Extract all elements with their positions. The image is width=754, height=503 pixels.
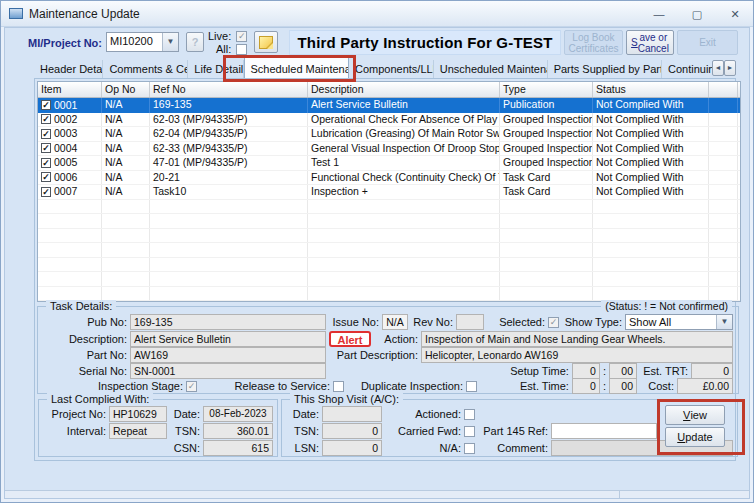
interval-field[interactable]: Repeat <box>109 423 167 439</box>
col-ref-no[interactable]: Ref No <box>150 82 308 97</box>
release-to-service-checkbox[interactable] <box>333 381 344 392</box>
tab-components-llps[interactable]: Components/LLP's <box>349 60 434 78</box>
tab-scroll-right-icon[interactable]: ► <box>724 60 736 76</box>
cell-item: 0006 <box>54 171 77 185</box>
row-checkbox[interactable]: ✓ <box>41 100 51 110</box>
na-checkbox[interactable] <box>464 443 475 454</box>
row-checkbox[interactable]: ✓ <box>41 172 51 182</box>
lcw-csn-field[interactable]: 615 <box>203 440 273 456</box>
mi-project-no-combo[interactable]: MI10200 ▼ <box>106 32 179 52</box>
row-checkbox[interactable]: ✓ <box>41 114 51 124</box>
chevron-down-icon[interactable]: ▼ <box>162 33 178 51</box>
save-or-cancel-button[interactable]: Save orCancel <box>626 30 674 55</box>
minimize-icon[interactable]: — <box>649 6 669 22</box>
selected-checkbox[interactable]: ✓ <box>548 317 559 328</box>
table-row[interactable]: ✓0005 N/A 47-01 (MP/94335/P) Test 1 Grou… <box>38 156 740 171</box>
cell-extra <box>709 171 738 185</box>
col-status[interactable]: Status <box>593 82 709 97</box>
view-button[interactable]: View <box>665 405 725 425</box>
serial-no-label: Serial No: <box>43 365 127 377</box>
live-checkbox[interactable]: ✓ <box>236 31 247 42</box>
last-complied-group: Last Complied With: Project No: HP10629 … <box>38 399 278 457</box>
cell-extra <box>709 156 738 170</box>
selected-label: Selected: <box>487 316 545 328</box>
inspection-stage-checkbox[interactable]: ✓ <box>186 381 197 392</box>
update-button[interactable]: Update <box>665 427 725 447</box>
tab-scroll-left-icon[interactable]: ◄ <box>712 60 724 76</box>
issue-no-field[interactable]: N/A <box>382 314 408 330</box>
cell-ref: 169-135 <box>150 98 308 113</box>
pub-no-label: Pub No: <box>43 316 127 328</box>
description-field[interactable]: Alert Service Bulletin <box>130 331 326 347</box>
tab-comments-certs[interactable]: Comments & Certs <box>103 60 188 78</box>
cell-extra <box>709 185 738 199</box>
tsv-date-label: Date: <box>287 408 319 420</box>
window-icon <box>9 8 23 19</box>
empty-row <box>38 258 740 273</box>
tab-scheduled-maintenance[interactable]: Scheduled Maintenance <box>244 57 349 78</box>
tab-header-details[interactable]: Header Details <box>34 60 103 78</box>
table-row[interactable]: ✓0001 N/A 169-135 Alert Service Bulletin… <box>38 98 740 113</box>
show-type-combo[interactable]: Show All ▼ <box>625 314 733 330</box>
cell-op: N/A <box>102 142 150 156</box>
chevron-down-icon[interactable]: ▼ <box>716 315 732 329</box>
pub-no-field[interactable]: 169-135 <box>130 314 326 330</box>
row-checkbox[interactable]: ✓ <box>41 129 51 139</box>
cell-ref: 62-03 (MP/94335/P) <box>150 113 308 127</box>
lcw-date-field[interactable]: 08-Feb-2023 <box>203 406 273 422</box>
cell-desc: Functional Check (Continuity Check) Of T… <box>308 171 500 185</box>
col-description[interactable]: Description <box>308 82 500 97</box>
tsv-date-field[interactable] <box>322 406 382 422</box>
cell-desc: Operational Check For Absence Of Play Of… <box>308 113 500 127</box>
cell-ref: Task10 <box>150 185 308 199</box>
table-row[interactable]: ✓0007 N/A Task10 Inspection + Task Card … <box>38 185 740 200</box>
setup-time-mins-field[interactable]: 00 <box>609 363 637 379</box>
cell-op: N/A <box>102 156 150 170</box>
table-row[interactable]: ✓0006 N/A 20-21 Functional Check (Contin… <box>38 171 740 186</box>
tab-unscheduled-maintenance[interactable]: Unscheduled Maintenance <box>434 60 548 78</box>
project-no-label: Project No: <box>44 408 106 420</box>
cost-field[interactable]: £0.00 <box>677 378 733 394</box>
table-row[interactable]: ✓0002 N/A 62-03 (MP/94335/P) Operational… <box>38 113 740 128</box>
note-button[interactable] <box>254 31 278 53</box>
all-checkbox[interactable] <box>236 44 247 55</box>
cell-op: N/A <box>102 171 150 185</box>
actioned-checkbox[interactable] <box>464 409 475 420</box>
part-no-label: Part No: <box>43 349 127 361</box>
col-item[interactable]: Item <box>38 82 102 97</box>
table-row[interactable]: ✓0004 N/A 62-33 (MP/94335/P) General Vis… <box>38 142 740 157</box>
col-op-no[interactable]: Op No <box>102 82 150 97</box>
cell-desc: Lubrication (Greasing) Of Main Rotor Swa… <box>308 127 500 141</box>
close-icon[interactable]: ✕ <box>725 6 745 22</box>
window-title: Maintenance Update <box>29 7 140 21</box>
part-no-field[interactable]: AW169 <box>130 347 326 363</box>
table-row[interactable]: ✓0003 N/A 62-04 (MP/94335/P) Lubrication… <box>38 127 740 142</box>
row-checkbox[interactable]: ✓ <box>41 187 51 197</box>
action-field[interactable]: Inspection of Main and Nose Landing Gear… <box>421 331 733 347</box>
lcw-tsn-field[interactable]: 360.01 <box>203 423 273 439</box>
est-time-hours-field[interactable]: 0 <box>572 378 600 394</box>
tsv-tsn-field[interactable]: 0 <box>322 423 382 439</box>
est-trt-field[interactable]: 0 <box>691 363 733 379</box>
tab-parts-supplied-by-part-145[interactable]: Parts Supplied by Part 145 <box>548 60 662 78</box>
tsv-lsn-field[interactable]: 0 <box>322 440 382 456</box>
project-no-field[interactable]: HP10629 <box>109 406 167 422</box>
est-time-mins-field[interactable]: 00 <box>609 378 637 394</box>
tab-life-details[interactable]: Life Details <box>188 60 243 78</box>
serial-no-field[interactable]: SN-0001 <box>130 363 326 379</box>
setup-time-hours-field[interactable]: 0 <box>572 363 600 379</box>
maximize-icon[interactable]: ▢ <box>687 6 707 22</box>
part-145-ref-input[interactable] <box>551 423 657 439</box>
lcw-tsn-label: TSN: <box>170 425 200 437</box>
cell-status: Not Complied With <box>593 142 709 156</box>
part-description-field[interactable]: Helicopter, Leonardo AW169 <box>421 347 733 363</box>
carried-fwd-checkbox[interactable] <box>464 426 475 437</box>
setup-time-label: Setup Time: <box>507 365 569 377</box>
help-button[interactable]: ? <box>186 32 204 52</box>
col-type[interactable]: Type <box>500 82 593 97</box>
row-checkbox[interactable]: ✓ <box>41 143 51 153</box>
cell-item: 0002 <box>54 113 77 127</box>
rev-no-field[interactable] <box>456 314 484 330</box>
duplicate-inspection-checkbox[interactable] <box>466 381 477 392</box>
row-checkbox[interactable]: ✓ <box>41 158 51 168</box>
